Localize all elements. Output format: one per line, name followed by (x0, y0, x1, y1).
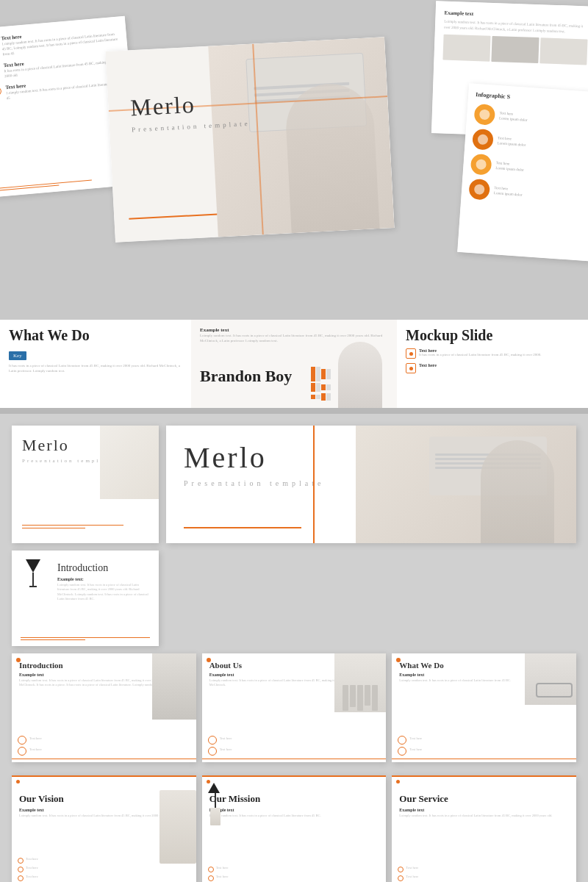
r3-icon-2 (18, 747, 26, 756)
statue-decor (284, 82, 379, 233)
slide-infographic: Infographic S Text hereLorem ipsum dolor… (457, 83, 588, 262)
r4-icon (18, 875, 24, 881)
row2: Introduction Example text: Loimply rando… (12, 551, 576, 646)
list-item: Text here 1.oimply random text. It has r… (0, 26, 118, 58)
slide-merlo-small: Merlo Presentation template (12, 426, 159, 543)
slide-about-us: About Us Example text Loimply random tex… (202, 653, 387, 762)
photo-cell (539, 37, 587, 65)
orange-dot (16, 780, 20, 784)
row2-spacer (166, 551, 576, 646)
inf-circle-3 (470, 154, 492, 176)
camera-icon (406, 348, 416, 359)
slide-our-mission: Our Mission Example text Loimply random … (202, 775, 387, 882)
bars-chart (311, 367, 331, 401)
orange-line-decor (129, 213, 224, 220)
r4-icon (18, 867, 24, 872)
lamp-decor (208, 783, 223, 827)
orange-bottom-line (12, 759, 196, 760)
items-bottom: Text here Text here (392, 866, 576, 882)
r4-icon (208, 867, 214, 872)
orange-top-line (12, 775, 196, 777)
large-photo (356, 426, 576, 543)
r3-icon-2 (208, 747, 217, 756)
mockup-item-2: Text here (406, 363, 579, 373)
person-silhouette (338, 342, 382, 408)
orange-dot (396, 780, 400, 784)
row4: Our Vision Example text Loimply random t… (12, 775, 576, 882)
photo-cell (442, 35, 490, 62)
slide-what-we-do: What We Do Example text Loimply random t… (392, 653, 576, 762)
spacer (12, 770, 576, 775)
inf-circle-1 (473, 104, 495, 126)
bottom-section: Merlo Presentation template Merlo Presen… (0, 414, 588, 882)
slide-intro-small: Introduction Example text: Loimply rando… (12, 551, 159, 646)
r4-icon (398, 867, 404, 872)
orange-h-line (184, 527, 301, 528)
flowers-photo (159, 790, 196, 864)
r3-icon-2 (398, 747, 406, 756)
slide-merlo-main: Merlo Presentation template (105, 37, 394, 243)
text-icon (406, 363, 416, 373)
orange-top-line (202, 775, 387, 777)
section-divider (0, 408, 588, 414)
bottom-strip: What We Do Key It has roots in a piece o… (0, 320, 588, 408)
orange-dot (207, 658, 211, 662)
r4-icon (18, 858, 24, 864)
top-section: Text here 1.oimply random text. It has r… (0, 0, 588, 408)
orange-v-line (313, 426, 315, 543)
slide-merlo-large: Merlo Presentation template (166, 426, 576, 543)
r4-icon (398, 875, 404, 881)
orange-bottom-line (392, 759, 576, 760)
orange-dot (16, 658, 21, 662)
strip-what-we-do: What We Do Key It has roots in a piece o… (0, 320, 191, 408)
slide-photo-area (208, 37, 394, 237)
items-bottom: Text here Text here (202, 866, 387, 882)
list-icon (0, 87, 1, 96)
orange-top-line (392, 775, 576, 777)
person-photo (152, 653, 196, 720)
glasses-shape (536, 683, 573, 698)
slide-introduction: Introduction Example text Loimply random… (12, 653, 196, 762)
bottom-lines (12, 637, 159, 641)
orange-bottom-line (202, 759, 387, 760)
r3-icon-1 (208, 736, 217, 745)
r4-icon (208, 875, 214, 881)
inf-circle-2 (472, 129, 494, 151)
photo-cell (491, 36, 539, 63)
slide-our-service: Our Service Example text Loimply random … (392, 775, 576, 882)
list-item: Text here 1.oimply random text. It has r… (0, 74, 122, 101)
row3: Introduction Example text Loimply random… (12, 653, 576, 762)
strip-mockup: Mockup Slide Text here It has roots in a… (397, 320, 588, 408)
glasses-photo (525, 653, 576, 705)
r3-icon-1 (18, 736, 26, 745)
lamp-icon (22, 559, 44, 603)
chairs-photo (334, 653, 386, 712)
decor-shape (100, 426, 159, 499)
strip-brandon: Example text Loimply random text. It has… (191, 320, 397, 408)
slide-our-vision: Our Vision Example text Loimply random t… (12, 775, 196, 882)
orange-lines (22, 525, 148, 529)
inf-circle-4 (468, 179, 490, 201)
mockup-item: Text here It has roots in a piece of cla… (406, 348, 579, 359)
items-bottom: Text here Text here Text here (12, 857, 196, 882)
row1: Merlo Presentation template Merlo Presen… (12, 426, 576, 543)
r3-icon-1 (398, 736, 406, 745)
statue-decor-large (481, 440, 554, 543)
